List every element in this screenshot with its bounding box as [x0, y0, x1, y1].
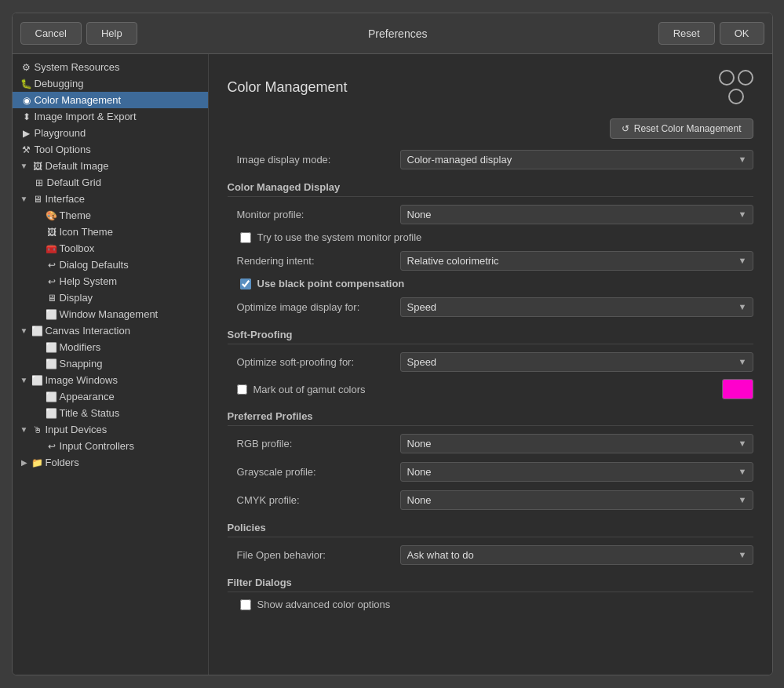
- sidebar-item-appearance[interactable]: ⬜ Appearance: [13, 388, 208, 405]
- sidebar-item-playground[interactable]: ▶ Playground: [13, 125, 208, 141]
- optimize-soft-select[interactable]: Speed Normal Precision: [400, 352, 753, 372]
- toolbox-label: Toolbox: [60, 242, 95, 254]
- optimize-soft-label: Optimize soft-proofing for:: [228, 356, 400, 368]
- default-image-arrow: ▼: [19, 162, 30, 170]
- rendering-intent-control: Perceptual Relative colorimetric Saturat…: [400, 251, 753, 271]
- monitor-profile-control: None ▼: [400, 205, 753, 224]
- image-display-mode-label: Image display mode:: [228, 154, 400, 166]
- sidebar-item-color-management[interactable]: ◉ Color Management: [13, 92, 208, 108]
- try-system-profile-row: Try to use the system monitor profile: [240, 231, 753, 243]
- gamut-colors-row: Mark out of gamut colors: [228, 379, 753, 399]
- sidebar-item-canvas-interaction[interactable]: ▼ ⬜ Canvas Interaction: [13, 322, 208, 339]
- titlebar-left-buttons: Cancel Help: [20, 22, 137, 45]
- title-status-icon: ⬜: [44, 408, 60, 419]
- sidebar-item-interface[interactable]: ▼ 🖥 Interface: [13, 191, 208, 207]
- mark-gamut-checkbox[interactable]: [237, 384, 247, 395]
- sidebar-item-window-management[interactable]: ⬜ Window Management: [13, 306, 208, 322]
- image-display-mode-control: Color-managed display No color managemen…: [400, 150, 753, 169]
- rgb-profile-label: RGB profile:: [228, 438, 400, 450]
- black-point-checkbox[interactable]: [240, 278, 251, 289]
- theme-icon: 🎨: [44, 210, 60, 221]
- try-system-profile-label: Try to use the system monitor profile: [257, 231, 422, 243]
- canvas-interaction-label: Canvas Interaction: [46, 325, 130, 337]
- folders-label: Folders: [46, 457, 79, 468]
- appearance-icon: ⬜: [44, 391, 60, 402]
- sidebar-item-icon-theme[interactable]: 🖼 Icon Theme: [13, 224, 208, 240]
- sidebar-item-snapping[interactable]: ⬜ Snapping: [13, 355, 208, 372]
- color-managed-display-section-title: Color Managed Display: [228, 181, 753, 197]
- color-management-icon: ◉: [19, 95, 35, 106]
- show-advanced-label: Show advanced color options: [257, 599, 391, 610]
- monitor-profile-select[interactable]: None: [400, 205, 753, 224]
- image-import-export-icon: ⬍: [19, 111, 35, 122]
- gamut-color-swatch[interactable]: [722, 379, 753, 399]
- sidebar-item-toolbox[interactable]: 🧰 Toolbox: [13, 240, 208, 257]
- file-open-select[interactable]: Ask what to do Keep embedded profile Con…: [400, 545, 753, 565]
- grayscale-profile-select[interactable]: None: [400, 462, 753, 482]
- sidebar-item-folders[interactable]: ▶ 📁 Folders: [13, 454, 208, 471]
- grayscale-profile-row: Grayscale profile: None ▼: [228, 460, 753, 482]
- rgb-profile-row: RGB profile: None ▼: [228, 432, 753, 454]
- main-content: Color Management ↺ Reset Color Managemen…: [209, 54, 772, 675]
- color-management-icon-large: [719, 70, 753, 104]
- sidebar-item-title-status[interactable]: ⬜ Title & Status: [13, 405, 208, 421]
- sidebar-item-system-resources[interactable]: ⚙ System Resources: [13, 59, 208, 75]
- image-display-mode-row: Image display mode: Color-managed displa…: [228, 148, 753, 170]
- default-grid-label: Default Grid: [47, 177, 101, 188]
- policies-section-title: Policies: [228, 522, 753, 537]
- modifiers-icon: ⬜: [44, 342, 60, 353]
- sidebar-item-debugging[interactable]: 🐛 Debugging: [13, 75, 208, 92]
- cmyk-profile-select[interactable]: None: [400, 490, 753, 510]
- folders-arrow: ▶: [19, 458, 30, 467]
- tool-options-label: Tool Options: [35, 144, 91, 155]
- sidebar-item-help-system[interactable]: ↩ Help System: [13, 273, 208, 289]
- cmyk-profile-row: CMYK profile: None ▼: [228, 489, 753, 511]
- sidebar-item-input-devices[interactable]: ▼ 🖱 Input Devices: [13, 421, 208, 438]
- input-controllers-label: Input Controllers: [60, 440, 134, 452]
- cancel-button[interactable]: Cancel: [20, 22, 82, 45]
- help-system-label: Help System: [60, 275, 118, 287]
- sidebar-item-default-grid[interactable]: ⊞ Default Grid: [13, 174, 208, 191]
- title-text: Preferences: [368, 27, 427, 40]
- dialog-title: Preferences: [144, 27, 652, 40]
- reset-button[interactable]: Reset: [658, 22, 715, 45]
- canvas-interaction-arrow: ▼: [19, 326, 30, 335]
- folders-icon: 📁: [30, 457, 46, 468]
- content-area: ⚙ System Resources 🐛 Debugging ◉ Color M…: [13, 54, 772, 675]
- color-management-label: Color Management: [35, 94, 122, 106]
- optimize-display-select[interactable]: Speed Normal Precision: [400, 297, 753, 317]
- show-advanced-checkbox[interactable]: [240, 599, 251, 610]
- preferences-dialog: Cancel Help Preferences Reset OK ⚙ Syste…: [12, 13, 773, 675]
- debugging-label: Debugging: [35, 78, 84, 89]
- window-management-icon: ⬜: [44, 309, 60, 320]
- titlebar-right-buttons: Reset OK: [658, 22, 764, 45]
- sidebar-item-tool-options[interactable]: ⚒ Tool Options: [13, 141, 208, 158]
- sidebar-item-input-controllers[interactable]: ↩ Input Controllers: [13, 438, 208, 454]
- interface-label: Interface: [46, 193, 86, 205]
- sidebar-item-image-import-export[interactable]: ⬍ Image Import & Export: [13, 108, 208, 125]
- image-display-mode-select[interactable]: Color-managed display No color managemen…: [400, 150, 753, 169]
- filter-dialogs-section-title: Filter Dialogs: [228, 577, 753, 592]
- rgb-profile-select[interactable]: None: [400, 434, 753, 453]
- reset-color-management-button[interactable]: ↺ Reset Color Management: [610, 118, 753, 139]
- image-windows-arrow: ▼: [19, 376, 30, 384]
- display-label: Display: [60, 292, 93, 304]
- rendering-intent-label: Rendering intent:: [228, 255, 400, 267]
- ok-button[interactable]: OK: [720, 22, 764, 45]
- sidebar-item-image-windows[interactable]: ▼ ⬜ Image Windows: [13, 372, 208, 388]
- main-header: Color Management: [228, 70, 753, 104]
- sidebar-item-modifiers[interactable]: ⬜ Modifiers: [13, 339, 208, 355]
- input-devices-label: Input Devices: [46, 424, 108, 435]
- reset-icon: ↺: [622, 123, 629, 134]
- help-button[interactable]: Help: [86, 22, 137, 45]
- sidebar-item-default-image[interactable]: ▼ 🖼 Default Image: [13, 158, 208, 174]
- help-system-icon: ↩: [44, 276, 60, 287]
- sidebar-item-display[interactable]: 🖥 Display: [13, 289, 208, 306]
- try-system-profile-checkbox[interactable]: [240, 232, 251, 243]
- sidebar-item-dialog-defaults[interactable]: ↩ Dialog Defaults: [13, 257, 208, 273]
- rendering-intent-select[interactable]: Perceptual Relative colorimetric Saturat…: [400, 251, 753, 271]
- display-icon: 🖥: [44, 293, 60, 304]
- snapping-label: Snapping: [60, 358, 103, 369]
- debugging-icon: 🐛: [19, 78, 35, 89]
- sidebar-item-theme[interactable]: 🎨 Theme: [13, 207, 208, 224]
